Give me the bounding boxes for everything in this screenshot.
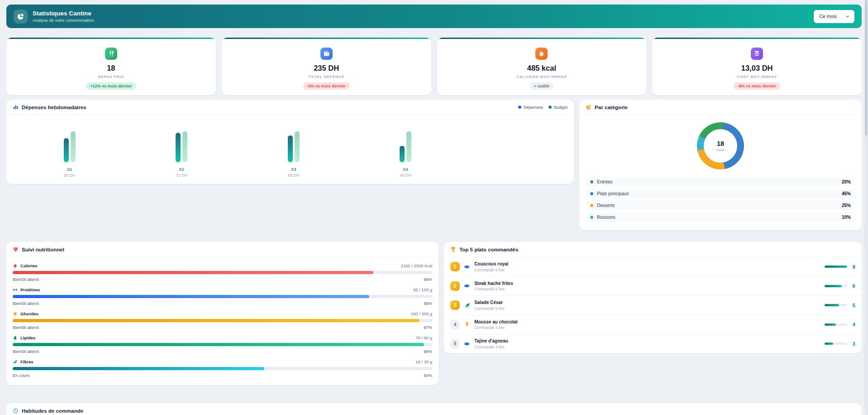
dish-row-right: 5	[825, 303, 855, 308]
bar-value-label: 65 DH	[288, 173, 300, 178]
category-percent: 25%	[842, 203, 851, 208]
top-dishes-card: Top 5 plats commandés 1Couscous royalCom…	[444, 242, 862, 353]
bar-category-label: S1	[67, 167, 72, 172]
bar-value-label: 58 DH	[64, 173, 76, 178]
stat-trend-badge: -5% vs mois dernier	[303, 82, 350, 90]
dish-progress-fill	[825, 265, 847, 268]
nutrient-name: Protéines	[13, 287, 40, 292]
page-title: Statistiques Cantine	[33, 10, 94, 18]
category-row: Desserts25%	[586, 201, 855, 210]
chevron-down-icon	[845, 14, 850, 19]
scrollbar[interactable]	[864, 0, 868, 415]
bar-expense	[400, 146, 405, 162]
dashboard-page: Statistiques Cantine Analyse de votre co…	[0, 0, 868, 415]
nutrient-footer: Bientôt atteint98%	[13, 349, 432, 354]
utensils-icon	[105, 48, 117, 60]
stat-card: 13,03 DHCOÛT MOY./REPAS-8% vs mois derni…	[652, 38, 862, 95]
nutrient-footer: Bientôt atteint97%	[13, 325, 432, 330]
nutrient-value: 290 / 300 g	[411, 311, 433, 316]
category-row: Entrées20%	[586, 177, 855, 187]
card-title-top-dishes: Top 5 plats commandés	[459, 247, 518, 252]
bar-expense	[288, 135, 293, 162]
nutrient-footer: En cours60%	[13, 373, 432, 378]
dish-row-right: 8	[825, 264, 855, 270]
bar-category-label: S2	[179, 167, 184, 172]
dish-row-right: 4	[825, 322, 855, 327]
coins-icon	[751, 48, 763, 60]
dish-count: 3	[851, 341, 855, 347]
wallet-icon	[320, 48, 333, 60]
bar-budget	[295, 131, 300, 162]
nutrient-status: Bientôt atteint	[13, 301, 39, 306]
bar-group: S272 DH	[126, 131, 238, 178]
bar-value-label: 72 DH	[176, 173, 187, 178]
page-subtitle: Analyse de votre consommation	[33, 18, 94, 23]
dish-order-count: Commandé 5 fois	[474, 306, 505, 311]
weekly-bar-chart: S158 DHS272 DHS365 DHS440 DH	[6, 115, 574, 184]
dish-info: Mousse au chocolatCommandé 4 fois	[474, 319, 518, 330]
bar-pair	[400, 131, 411, 162]
dish-row: 2Steak haché fritesCommandé 6 fois6	[444, 277, 862, 296]
dish-order-count: Commandé 4 fois	[474, 325, 518, 330]
category-label: Entrées	[597, 179, 612, 184]
dish-progress-fill	[825, 304, 839, 306]
rank-badge: 1	[450, 262, 460, 271]
nutrient-row: Protéines85 / 100 gBientôt atteint85%	[13, 287, 432, 306]
fish-icon	[464, 341, 470, 347]
dish-progress-fill	[825, 285, 842, 287]
category-dot	[590, 216, 593, 219]
stat-label: TOTAL DÉPENSÉ	[226, 75, 427, 79]
nutrient-name-label: Calories	[20, 263, 38, 268]
card-title-habits: Habitudes de commande	[22, 408, 83, 414]
nutrient-name: Glucides	[13, 311, 38, 316]
nutrient-header: Lipides78 / 80 g	[13, 335, 432, 340]
period-select[interactable]: Ce mois	[814, 10, 854, 23]
category-percent: 10%	[842, 215, 851, 220]
bar-budget	[406, 131, 411, 162]
dish-order-count: Commandé 6 fois	[474, 287, 513, 291]
donut-chart: 18 repas	[697, 122, 744, 169]
nutrient-header: Fibres18 / 30 g	[13, 359, 432, 364]
nutrient-value: 2150 / 2500 kcal	[401, 263, 432, 268]
nutrient-percent: 85%	[424, 301, 432, 306]
heart-pulse-icon	[13, 246, 19, 252]
stat-label: COÛT MOY./REPAS	[657, 75, 857, 79]
category-legend: Entrées20%Plats principaux45%Desserts25%…	[579, 177, 862, 230]
dish-info: Salade CésarCommandé 5 fois	[474, 300, 505, 311]
category-dot	[590, 204, 593, 207]
stat-card: 485 kcalCALORIES MOY./REPAS≈ stable	[437, 38, 647, 95]
ice-cream-icon	[464, 321, 470, 328]
dish-count: 8	[851, 264, 855, 270]
nutrient-progress-track	[13, 343, 432, 346]
bread-icon	[13, 311, 18, 316]
dish-progress-track	[825, 323, 847, 326]
card-title-nutrition: Suivi nutritionnel	[22, 247, 64, 252]
dish-name: Steak haché frites	[474, 281, 513, 286]
flame-icon	[13, 263, 18, 268]
dish-progress-fill	[825, 323, 836, 326]
stat-value: 13,03 DH	[657, 64, 857, 72]
nutrient-footer: Bientôt atteint85%	[13, 301, 432, 306]
bar-category-label: S3	[291, 167, 296, 172]
nutrient-name-label: Glucides	[20, 311, 38, 316]
bar-expense	[176, 133, 181, 162]
nutrient-value: 78 / 80 g	[415, 335, 432, 340]
bar-budget	[71, 131, 76, 162]
legend-item-depenses[interactable]: Dépenses	[518, 105, 543, 110]
category-label: Boissons	[597, 215, 615, 220]
nutrient-progress-track	[13, 319, 432, 322]
stat-label: CALORIES MOY./REPAS	[442, 75, 642, 79]
scrollbar-thumb[interactable]	[865, 0, 868, 136]
nutrient-percent: 60%	[424, 373, 432, 378]
dish-count: 6	[851, 283, 855, 289]
card-title-weekly: Dépenses hebdomadaires	[22, 105, 86, 110]
dish-name: Mousse au chocolat	[474, 319, 518, 324]
legend-item-budget[interactable]: Budget	[548, 105, 568, 110]
stats-row: 18REPAS PRIS+12% vs mois dernier235 DHTO…	[6, 38, 862, 95]
stat-trend-badge: +12% vs mois dernier	[86, 82, 136, 90]
nutrient-name-label: Protéines	[20, 287, 40, 292]
nutrient-status: En cours	[13, 373, 30, 378]
nutrient-name: Calories	[13, 263, 38, 268]
legend-label: Budget	[554, 105, 568, 110]
dish-name: Couscous royal	[474, 261, 508, 266]
